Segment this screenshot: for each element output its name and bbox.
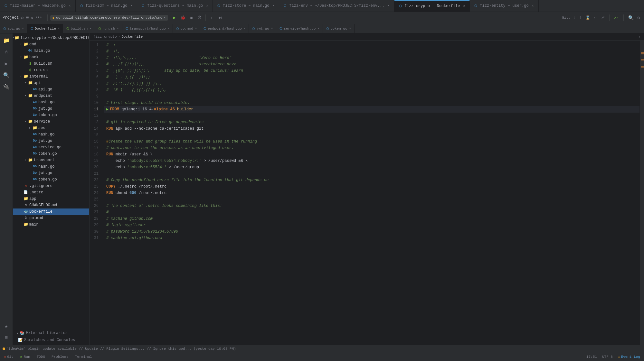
activity-project-icon[interactable]: 📁 — [2, 36, 11, 45]
title-tab-t3[interactable]: ⬡fizz-questions – main.go× — [137, 0, 213, 12]
title-tab-t6[interactable]: ⬡fizz-crypto – Dockerfile× — [394, 0, 470, 12]
sidebar-item-s20[interactable]: ▾📁transport — [13, 157, 89, 163]
line-number-21: 21 — [90, 171, 101, 177]
tree-item-label: run.sh — [34, 67, 48, 73]
title-tab-t4[interactable]: ⬡fizz-store – main.go× — [213, 0, 279, 12]
git-status-item[interactable]: ⑃ Git — [3, 354, 15, 360]
editor-tab-et8[interactable]: ⬡jwt.go× — [249, 24, 276, 33]
code-line-5: # ,(@') ;)'})\;;', stay up to date, be c… — [104, 68, 639, 74]
sidebar-item-s12[interactable]: Gojwt.go — [13, 106, 89, 112]
encoding-item[interactable]: UTF-8 — [601, 354, 614, 360]
sidebar-item-s1[interactable]: ▾📁fizz-crypto ~/Desktop/PROJECTS/fizz-c.… — [13, 35, 89, 41]
sidebar-item-s4[interactable]: ▾📁hack — [13, 54, 89, 60]
code-editor[interactable]: 1234567891011121314151617181920212223242… — [90, 41, 644, 345]
tree-item-label: hash.go — [38, 131, 54, 138]
activity-plugins-icon[interactable]: 🔌 — [2, 82, 11, 91]
sidebar-item-s26[interactable]: 📁app — [13, 196, 89, 202]
search-btn[interactable]: 🔍 — [627, 14, 635, 21]
sidebar-item-s27[interactable]: MCHANGELOG.md — [13, 202, 89, 208]
sidebar-item-s28[interactable]: 🐳Dockerfile — [13, 208, 89, 215]
run-tab[interactable]: ▶ Run — [17, 352, 33, 361]
cover-button[interactable]: ▣ — [187, 14, 195, 22]
line-number-9: 9 — [90, 93, 101, 100]
sidebar-item-scratches[interactable]: 📝 Scratches and Consoles — [13, 337, 89, 344]
sidebar-item-s23[interactable]: Gotoken.go — [13, 176, 89, 183]
vcs-revert-btn[interactable]: ↩ — [593, 15, 598, 21]
sidebar-item-s3[interactable]: Gomain.go — [13, 48, 89, 54]
run-config-dropdown[interactable]: ▶ go build github.com/zerotohero-dev/fiz… — [50, 15, 168, 21]
line-number-15: 15 — [90, 132, 101, 138]
vcs-update-btn[interactable]: ↓ — [572, 15, 576, 21]
line-number-14: 14 — [90, 125, 101, 132]
code-content[interactable]: # \# \\,# \\\,^.,,,. "Zero to Hero"# ,,;… — [104, 41, 639, 345]
go-file-icon: Go — [32, 112, 37, 118]
sidebar-item-s10[interactable]: ▾📁endpoint — [13, 93, 89, 99]
sidebar-item-s21[interactable]: Gohash.go — [13, 163, 89, 170]
sidebar-item-s16[interactable]: Gohash.go — [13, 131, 89, 138]
external-libraries-label: External Libraries — [26, 331, 68, 335]
editor-tab-et9[interactable]: ⬡service/hash.go× — [276, 24, 323, 33]
activity-commit-icon[interactable]: ⑃ — [2, 48, 11, 57]
editor-tab-et7[interactable]: ⬡endpoint/hash.go× — [200, 24, 249, 33]
settings-btn[interactable]: ⚙ — [636, 14, 641, 21]
editor-tab-et2[interactable]: ⬡Dockerfile× — [27, 24, 63, 33]
toolbar-layout-icon[interactable]: ☰ — [25, 15, 29, 20]
todo-tab[interactable]: TODO — [33, 352, 48, 361]
sidebar-item-s24[interactable]: ⑃.gitignore — [13, 183, 89, 189]
title-tab-t1[interactable]: ⬡fizz-mailer – welcome.go× — [0, 0, 76, 12]
editor-tab-et1[interactable]: ⬡api.go× — [0, 24, 27, 33]
main-layout: 📁 ⑃ ▶ 🔍 🔌 ★ ≡ ▾📁fizz-crypto ~/Desktop/PR… — [0, 33, 644, 345]
activity-bookmark-icon[interactable]: ★ — [2, 322, 11, 331]
terminal-tab[interactable]: Terminal — [72, 352, 95, 361]
vcs-checkmarks[interactable]: ✓✓ — [613, 15, 620, 21]
sidebar-item-s17[interactable]: Gojwt.go — [13, 138, 89, 144]
toolbar-sort-icon[interactable]: ⇅ — [31, 15, 33, 20]
sidebar-item-s18[interactable]: Goservice.go — [13, 144, 89, 151]
sidebar-item-s29[interactable]: Ggo.mod — [13, 215, 89, 221]
activity-run-icon[interactable]: ▶ — [2, 59, 11, 68]
activity-structure-icon[interactable]: ≡ — [2, 333, 11, 342]
sidebar-item-s9[interactable]: Goapi.go — [13, 86, 89, 93]
sidebar-item-s13[interactable]: Gotoken.go — [13, 112, 89, 118]
update-button[interactable]: ↑ — [208, 14, 215, 22]
activity-search-icon[interactable]: 🔍 — [2, 71, 11, 80]
event-log-btn[interactable]: ⚠ Event Log — [617, 354, 641, 360]
sidebar-item-s8[interactable]: ▾📁api — [13, 80, 89, 86]
sidebar-item-s14[interactable]: ▾📁service — [13, 118, 89, 125]
editor-tab-et3[interactable]: ⬡build.sh× — [63, 24, 95, 33]
sidebar-item-s25[interactable]: 📄.netrc — [13, 189, 89, 196]
code-line-25 — [104, 196, 639, 203]
toolbar-dots-icon[interactable]: ••• — [35, 15, 42, 20]
sidebar-item-s6[interactable]: $run.sh — [13, 67, 89, 73]
vcs-push-btn[interactable]: ↑ — [578, 15, 583, 21]
editor-tab-et4[interactable]: ⬡run.sh× — [95, 24, 122, 33]
code-line-9 — [104, 93, 639, 100]
editor-tab-et10[interactable]: ⬡token.go× — [323, 24, 355, 33]
sidebar-item-s7[interactable]: ▾📁internal — [13, 73, 89, 80]
tree-item-label: Dockerfile — [29, 208, 52, 215]
title-tab-t2[interactable]: ⬡fizz-idm – main.go× — [76, 0, 137, 12]
sidebar-item-s19[interactable]: Gotoken.go — [13, 151, 89, 157]
editor-tab-et5[interactable]: ⬡transport/hash.go× — [122, 24, 173, 33]
toolbar-gear-icon[interactable]: ⚙ — [21, 15, 23, 21]
sidebar-item-s2[interactable]: ▾📁cmd — [13, 41, 89, 48]
run-button[interactable]: ▶ — [171, 14, 178, 22]
title-tab-t7[interactable]: ⬡fizz-entity – user.go× — [470, 0, 538, 12]
sidebar-item-s11[interactable]: Gohash.go — [13, 99, 89, 106]
sidebar-item-s5[interactable]: $build.sh — [13, 60, 89, 67]
line-number-31: 31 — [90, 235, 101, 241]
sidebar-item-external-libraries[interactable]: ▶ 📚 External Libraries — [13, 329, 89, 337]
problems-tab[interactable]: Problems — [48, 352, 72, 361]
sidebar-item-s22[interactable]: Gojwt.go — [13, 170, 89, 176]
history-button[interactable]: ⏮ — [216, 14, 224, 22]
breadcrumb-expand-icon[interactable]: ⇥ — [638, 34, 640, 39]
title-tab-t5[interactable]: ⬡fizz-env – ~/Desktop/PROJECTS/fizz-env.… — [279, 0, 394, 12]
line-col-item[interactable]: 17:51 — [585, 354, 598, 360]
vcs-history-btn[interactable]: ⌛ — [584, 15, 592, 21]
editor-tab-et6[interactable]: ⬡go.mod× — [173, 24, 200, 33]
debug-button[interactable]: 🐞 — [179, 14, 187, 22]
profile-button[interactable]: ⏱ — [196, 14, 204, 22]
sidebar-item-s15[interactable]: ▶📁aes — [13, 125, 89, 131]
sidebar-item-s30[interactable]: 📁main — [13, 221, 89, 228]
vcs-branch-btn[interactable]: ⎇ — [599, 15, 606, 21]
